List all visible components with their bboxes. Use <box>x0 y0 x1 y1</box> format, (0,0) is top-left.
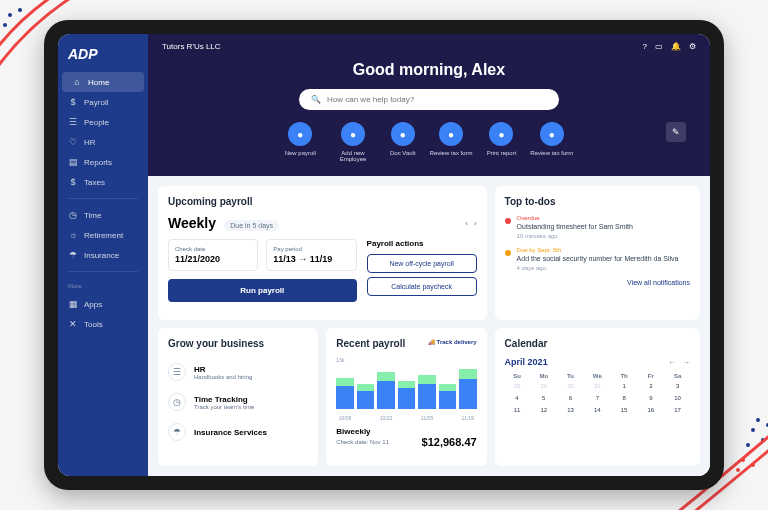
chart-bar <box>336 378 353 409</box>
sidebar-item-insurance[interactable]: ☂Insurance <box>58 245 148 265</box>
quick-action[interactable]: ●Print report <box>487 122 517 162</box>
sidebar-item-label: Home <box>88 78 109 87</box>
sidebar-item-home[interactable]: ⌂Home <box>62 72 144 92</box>
calendar-day[interactable]: 14 <box>585 405 610 415</box>
sidebar-item-hr[interactable]: ♡HR <box>58 132 148 152</box>
next-icon[interactable]: › <box>474 219 477 228</box>
pay-period-value: 11/13 → 11/19 <box>273 254 349 264</box>
payroll-chart <box>336 369 476 409</box>
quick-action[interactable]: ●Review tax form <box>430 122 473 162</box>
people-icon: ☰ <box>68 117 78 127</box>
calendar-day[interactable]: 28 <box>505 381 530 391</box>
main-area: Tutors R'Us LLC ? ▭ 🔔 ⚙ Good morning, Al… <box>148 34 710 476</box>
calendar-day[interactable]: 2 <box>638 381 663 391</box>
calendar-day[interactable]: 6 <box>558 393 583 403</box>
upcoming-payroll-card: Upcoming payroll Weekly Due in 5 days ‹ … <box>158 186 487 320</box>
prev-icon[interactable]: ‹ <box>465 219 468 228</box>
due-badge: Due in 5 days <box>224 220 279 231</box>
todo-tag: Due by Sept. 5th <box>517 247 679 253</box>
calendar-day[interactable]: 16 <box>638 405 663 415</box>
cal-next-icon[interactable]: → <box>682 358 690 367</box>
sidebar-item-label: Time <box>84 211 101 220</box>
grow-item[interactable]: ☰HRHandbooks and hiring <box>168 357 308 387</box>
sidebar-item-label: Apps <box>84 300 102 309</box>
calendar-day[interactable]: 17 <box>665 405 690 415</box>
quick-action[interactable]: ●Review tax form <box>530 122 573 162</box>
todo-time: 10 minutes ago <box>517 233 633 239</box>
sidebar-item-taxes[interactable]: $Taxes <box>58 172 148 192</box>
settings-icon[interactable]: ⚙ <box>689 42 696 51</box>
calendar-day[interactable]: 30 <box>558 381 583 391</box>
calendar-day[interactable]: 5 <box>531 393 556 403</box>
calendar-day[interactable]: 13 <box>558 405 583 415</box>
run-payroll-button[interactable]: Run payroll <box>168 279 357 302</box>
calendar-dow: Su <box>505 373 530 379</box>
calendar-day[interactable]: 31 <box>585 381 610 391</box>
sidebar-item-time[interactable]: ◷Time <box>58 205 148 225</box>
sidebar-item-retirement[interactable]: ☼Retirement <box>58 225 148 245</box>
calendar-day[interactable]: 3 <box>665 381 690 391</box>
sidebar-item-people[interactable]: ☰People <box>58 112 148 132</box>
chart-label: 10/22 <box>377 415 394 421</box>
todo-item[interactable]: Due by Sept. 5thAdd the social security … <box>505 247 690 271</box>
calendar-day[interactable]: 11 <box>505 405 530 415</box>
calendar-day[interactable]: 4 <box>505 393 530 403</box>
quick-action[interactable]: ●Add new Employee <box>330 122 376 162</box>
grow-item[interactable]: ☂Insurance Services <box>168 417 308 447</box>
calendar-day[interactable]: 10 <box>665 393 690 403</box>
calendar-day[interactable]: 7 <box>585 393 610 403</box>
bell-icon[interactable]: 🔔 <box>671 42 681 51</box>
sidebar-item-label: Retirement <box>84 231 123 240</box>
sidebar-item-label: Tools <box>84 320 103 329</box>
sidebar-item-apps[interactable]: ▦Apps <box>58 294 148 314</box>
calendar-dow: Sa <box>665 373 690 379</box>
chat-icon[interactable]: ▭ <box>655 42 663 51</box>
divider <box>68 198 138 199</box>
sidebar: ADP ⌂Home$Payroll☰People♡HR▤Reports$Taxe… <box>58 34 148 476</box>
action-label: Print report <box>487 150 517 156</box>
chart-bar <box>377 372 394 409</box>
grow-item-sub: Handbooks and hiring <box>194 374 252 380</box>
calendar-dow: Mo <box>531 373 556 379</box>
status-dot-icon <box>505 250 511 256</box>
chart-label: 11/19 <box>459 415 476 421</box>
reports-icon: ▤ <box>68 157 78 167</box>
help-icon[interactable]: ? <box>643 42 647 51</box>
view-all-link[interactable]: View all notifications <box>505 279 690 286</box>
grow-item[interactable]: ◷Time TrackingTrack your team's time <box>168 387 308 417</box>
sidebar-item-payroll[interactable]: $Payroll <box>58 92 148 112</box>
search-bar[interactable]: 🔍 <box>299 89 559 110</box>
quick-action[interactable]: ●New payroll <box>285 122 316 162</box>
tablet-frame: ADP ⌂Home$Payroll☰People♡HR▤Reports$Taxe… <box>44 20 724 490</box>
calendar-day[interactable]: 15 <box>612 405 637 415</box>
grow-item-title: HR <box>194 365 252 374</box>
edit-actions-icon[interactable]: ✎ <box>666 122 686 142</box>
calendar-day[interactable]: 9 <box>638 393 663 403</box>
logo: ADP <box>58 42 148 72</box>
calendar-day[interactable]: 8 <box>612 393 637 403</box>
todo-item[interactable]: OverdueOutstanding timesheet for Sam Smi… <box>505 215 690 239</box>
chart-label <box>398 415 415 421</box>
grow-item-sub: Track your team's time <box>194 404 254 410</box>
calculate-button[interactable]: Calculate paycheck <box>367 277 477 296</box>
off-cycle-button[interactable]: New off-cycle payroll <box>367 254 477 273</box>
sidebar-item-label: Reports <box>84 158 112 167</box>
chart-label: 11/05 <box>418 415 435 421</box>
sidebar-item-tools[interactable]: ✕Tools <box>58 314 148 334</box>
action-label: New payroll <box>285 150 316 156</box>
calendar-day[interactable]: 12 <box>531 405 556 415</box>
action-icon: ● <box>288 122 312 146</box>
calendar-day[interactable]: 1 <box>612 381 637 391</box>
check-date-value: 11/21/2020 <box>175 254 251 264</box>
track-delivery-link[interactable]: 🚚 Track delivery <box>428 338 477 345</box>
tools-icon: ✕ <box>68 319 78 329</box>
todo-text: Outstanding timesheet for Sam Smith <box>517 222 633 231</box>
sidebar-item-reports[interactable]: ▤Reports <box>58 152 148 172</box>
quick-action[interactable]: ●Doc Vault <box>390 122 416 162</box>
calendar-day[interactable]: 29 <box>531 381 556 391</box>
search-input[interactable] <box>327 95 547 104</box>
cal-prev-icon[interactable]: ← <box>668 358 676 367</box>
check-date-box: Check date 11/21/2020 <box>168 239 258 271</box>
card-title: Upcoming payroll <box>168 196 477 207</box>
svg-point-17 <box>736 468 740 472</box>
